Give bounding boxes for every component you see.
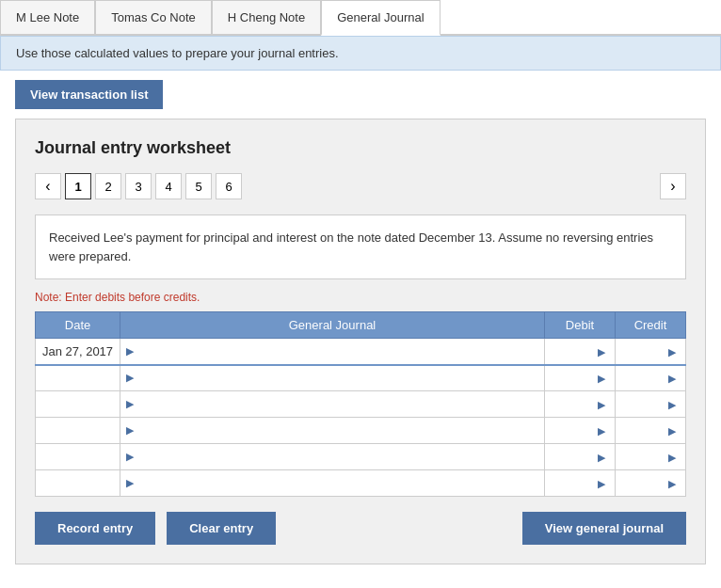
debit-arrow-icon: ▶ bbox=[598, 452, 605, 463]
cell-credit[interactable]: ▶ bbox=[616, 391, 686, 418]
cell-credit[interactable]: ▶ bbox=[616, 339, 686, 365]
col-debit: Debit bbox=[545, 312, 616, 339]
col-date: Date bbox=[36, 312, 120, 339]
info-bar-text: Use those calculated values to prepare y… bbox=[16, 46, 339, 60]
arrow-indicator-icon: ▶ bbox=[126, 477, 134, 489]
description-text: Received Lee's payment for principal and… bbox=[49, 230, 653, 263]
tab-hcheng[interactable]: H Cheng Note bbox=[212, 0, 321, 34]
page-6-button[interactable]: 6 bbox=[216, 173, 242, 199]
credit-arrow-icon: ▶ bbox=[668, 399, 676, 410]
view-transaction-button[interactable]: View transaction list bbox=[15, 80, 163, 109]
page-5-button[interactable]: 5 bbox=[185, 173, 212, 199]
arrow-indicator-icon: ▶ bbox=[126, 345, 134, 358]
description-box: Received Lee's payment for principal and… bbox=[35, 215, 686, 279]
page-4-button[interactable]: 4 bbox=[155, 173, 182, 199]
cell-debit[interactable]: ▶ bbox=[545, 365, 616, 391]
debit-arrow-icon: ▶ bbox=[598, 346, 605, 358]
record-entry-button[interactable]: Record entry bbox=[35, 512, 155, 545]
cell-date[interactable] bbox=[36, 391, 120, 418]
cell-journal[interactable]: ▶ bbox=[120, 444, 545, 470]
cell-date[interactable] bbox=[36, 470, 120, 497]
cell-debit[interactable]: ▶ bbox=[545, 444, 616, 470]
cell-debit[interactable]: ▶ bbox=[545, 391, 616, 418]
cell-debit[interactable]: ▶ bbox=[545, 339, 616, 365]
arrow-indicator-icon: ▶ bbox=[126, 451, 134, 463]
prev-page-button[interactable]: ‹ bbox=[35, 173, 61, 199]
credit-arrow-icon: ▶ bbox=[668, 346, 676, 358]
cell-journal[interactable]: ▶ bbox=[120, 365, 545, 391]
cell-credit[interactable]: ▶ bbox=[616, 470, 686, 497]
info-bar: Use those calculated values to prepare y… bbox=[0, 36, 721, 71]
cell-date[interactable] bbox=[36, 365, 120, 391]
credit-arrow-icon: ▶ bbox=[668, 425, 676, 437]
table-row: Jan 27, 2017▶▶▶ bbox=[36, 339, 686, 365]
page-1-button[interactable]: 1 bbox=[65, 173, 91, 199]
credit-arrow-icon: ▶ bbox=[668, 373, 676, 384]
view-general-journal-button[interactable]: View general journal bbox=[522, 512, 686, 545]
cell-credit[interactable]: ▶ bbox=[616, 365, 686, 391]
arrow-indicator-icon: ▶ bbox=[126, 372, 134, 384]
table-row: ▶▶▶ bbox=[36, 444, 686, 470]
tab-general[interactable]: General Journal bbox=[321, 0, 441, 36]
journal-table: Date General Journal Debit Credit Jan 27… bbox=[35, 311, 686, 497]
col-journal: General Journal bbox=[120, 312, 545, 339]
table-row: ▶▶▶ bbox=[36, 365, 686, 391]
debit-arrow-icon: ▶ bbox=[598, 399, 605, 410]
note-text: Note: Enter debits before credits. bbox=[35, 291, 686, 304]
cell-debit[interactable]: ▶ bbox=[545, 418, 616, 444]
cell-date[interactable] bbox=[36, 418, 120, 444]
arrow-indicator-icon: ▶ bbox=[126, 398, 134, 410]
tab-tomas[interactable]: Tomas Co Note bbox=[95, 0, 212, 34]
credit-arrow-icon: ▶ bbox=[668, 478, 676, 489]
table-row: ▶▶▶ bbox=[36, 418, 686, 444]
action-buttons: Record entry Clear entry View general jo… bbox=[35, 512, 686, 545]
credit-arrow-icon: ▶ bbox=[668, 452, 676, 463]
arrow-indicator-icon: ▶ bbox=[126, 424, 134, 437]
table-row: ▶▶▶ bbox=[36, 391, 686, 418]
page-3-button[interactable]: 3 bbox=[125, 173, 152, 199]
pagination: ‹ 1 2 3 4 5 6 › bbox=[35, 173, 686, 199]
page-2-button[interactable]: 2 bbox=[95, 173, 121, 199]
next-page-button[interactable]: › bbox=[660, 173, 686, 199]
cell-journal[interactable]: ▶ bbox=[120, 391, 545, 418]
cell-credit[interactable]: ▶ bbox=[616, 444, 686, 470]
worksheet-title: Journal entry worksheet bbox=[35, 138, 686, 158]
table-row: ▶▶▶ bbox=[36, 470, 686, 497]
debit-arrow-icon: ▶ bbox=[598, 478, 605, 489]
cell-journal[interactable]: ▶ bbox=[120, 339, 545, 365]
clear-entry-button[interactable]: Clear entry bbox=[167, 512, 276, 545]
cell-journal[interactable]: ▶ bbox=[120, 470, 545, 497]
cell-date[interactable]: Jan 27, 2017 bbox=[36, 339, 120, 365]
journal-entry-worksheet: Journal entry worksheet ‹ 1 2 3 4 5 6 › … bbox=[15, 119, 706, 564]
debit-arrow-icon: ▶ bbox=[598, 373, 605, 384]
debit-arrow-icon: ▶ bbox=[598, 425, 605, 437]
col-credit: Credit bbox=[616, 312, 686, 339]
cell-date[interactable] bbox=[36, 444, 120, 470]
cell-debit[interactable]: ▶ bbox=[545, 470, 616, 497]
tab-mlee[interactable]: M Lee Note bbox=[0, 0, 95, 34]
table-header-row: Date General Journal Debit Credit bbox=[36, 312, 686, 339]
cell-journal[interactable]: ▶ bbox=[120, 418, 545, 444]
tab-bar: M Lee Note Tomas Co Note H Cheng Note Ge… bbox=[0, 0, 721, 36]
cell-credit[interactable]: ▶ bbox=[616, 418, 686, 444]
